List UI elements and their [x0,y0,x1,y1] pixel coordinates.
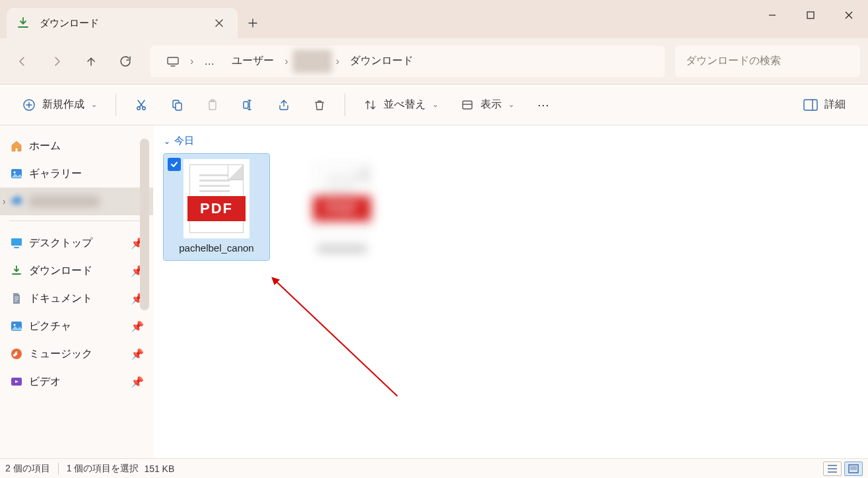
breadcrumb-more-icon[interactable]: … [197,50,221,73]
file-item-redacted[interactable]: PDF xxxxxxxxxx [289,154,395,260]
maximize-button[interactable] [791,0,830,30]
pdf-file-icon: PDF [309,159,375,238]
download-icon [9,263,24,278]
more-button[interactable]: ⋯ [527,91,559,119]
sort-button-label: 並べ替え [384,98,426,112]
sidebar-scrollbar[interactable] [140,139,149,310]
sidebar-item-downloads[interactable]: ダウンロード 📌 [0,257,153,285]
music-icon [9,347,24,361]
sidebar-item-label: ギャラリー [29,167,82,181]
cut-button[interactable] [125,91,157,119]
sidebar-item-label: ピクチャ [29,320,71,333]
status-selection: 1 個の項目を選択 [67,463,139,475]
svg-rect-21 [850,466,857,470]
desktop-icon [9,236,24,250]
sidebar-item-home[interactable]: ホーム [0,132,153,160]
pictures-icon [9,319,24,333]
download-icon [16,16,30,30]
sidebar-item-label: XXXXXXXXXX [29,195,100,207]
forward-button[interactable] [42,47,71,76]
chevron-down-icon: ⌄ [508,100,514,109]
group-header-today[interactable]: ⌄ 今日 [158,135,863,147]
document-icon [9,291,24,306]
divider [345,94,345,116]
breadcrumb-users[interactable]: ユーザー [225,50,281,73]
chevron-right-icon: › [336,55,339,67]
sidebar-item-pictures[interactable]: ピクチャ 📌 [0,312,153,340]
svg-rect-10 [463,101,472,109]
search-placeholder: ダウンロードの検索 [686,54,781,68]
sidebar-item-label: ミュージック [29,347,92,361]
breadcrumb-username-redacted[interactable]: xxxxx [292,50,332,73]
file-list-area[interactable]: ⌄ 今日 PDF pachelbel_canon PDF [153,125,868,458]
up-button[interactable] [77,47,106,76]
copy-button[interactable] [161,91,193,119]
pin-icon: 📌 [131,348,144,360]
details-pane-button[interactable]: 詳細 [794,91,855,119]
sidebar-item-desktop[interactable]: デスクトップ 📌 [0,229,153,257]
chevron-down-icon: ⌄ [164,137,170,146]
share-button[interactable] [268,91,300,119]
divider [58,463,59,475]
svg-point-16 [13,324,15,325]
home-icon [9,139,24,153]
sidebar-item-user-redacted[interactable]: XXXXXXXXXX [0,188,153,215]
close-window-button[interactable] [830,0,868,30]
new-tab-button[interactable] [238,8,268,38]
refresh-button[interactable] [111,47,140,76]
sidebar-item-gallery[interactable]: ギャラリー [0,160,153,188]
svg-rect-11 [804,100,817,110]
navigation-pane: ホーム ギャラリー XXXXXXXXXX デスクトップ 📌 ダウンロード 📌 [0,125,153,458]
tab-title: ダウンロード [40,17,201,30]
minimize-button[interactable] [753,0,791,30]
svg-rect-6 [176,103,182,110]
file-item-selected[interactable]: PDF pachelbel_canon [164,154,269,260]
chevron-right-icon: › [284,55,288,67]
delete-button[interactable] [304,91,335,119]
view-thumbnails-toggle[interactable] [844,461,863,476]
sort-button[interactable]: 並べ替え ⌄ [354,91,448,119]
breadcrumb-bar[interactable]: › … ユーザー › xxxxx › ダウンロード [150,46,665,77]
title-bar: ダウンロード [0,0,868,38]
new-button-label: 新規作成 [42,98,84,112]
pin-icon: 📌 [131,376,144,388]
status-size: 151 KB [144,463,174,474]
svg-rect-9 [244,102,248,108]
back-button[interactable] [8,47,37,76]
chevron-down-icon: ⌄ [91,100,97,109]
sidebar-item-label: ダウンロード [29,264,92,278]
gallery-icon [9,166,24,181]
file-name: pachelbel_canon [179,242,253,254]
tab-downloads[interactable]: ダウンロード [7,8,238,38]
rename-button[interactable] [232,91,264,119]
svg-rect-1 [168,57,178,64]
svg-point-13 [13,171,15,173]
command-bar: 新規作成 ⌄ 並べ替え ⌄ 表示 ⌄ ⋯ 詳細 [0,85,868,125]
file-type-badge: PDF [187,196,246,221]
selection-check-icon[interactable] [168,158,181,171]
video-icon [9,374,24,389]
sidebar-item-label: ホーム [29,139,61,153]
breadcrumb-pc-icon[interactable] [160,50,186,73]
breadcrumb-current[interactable]: ダウンロード [343,50,420,73]
sidebar-item-documents[interactable]: ドキュメント 📌 [0,285,153,312]
group-label: 今日 [174,135,194,147]
svg-rect-7 [209,101,216,110]
paste-button[interactable] [197,91,228,119]
svg-rect-14 [11,238,22,246]
view-button-label: 表示 [481,98,502,112]
cloud-icon [9,194,24,209]
annotation-arrow [265,271,411,403]
status-item-count: 2 個の項目 [5,463,50,475]
new-button[interactable]: 新規作成 ⌄ [13,91,106,119]
chevron-down-icon: ⌄ [432,100,438,109]
file-name: xxxxxxxxxx [317,242,367,254]
divider [116,94,116,116]
tab-close-button[interactable] [210,14,228,32]
sidebar-item-videos[interactable]: ビデオ 📌 [0,368,153,395]
search-input[interactable]: ダウンロードの検索 [675,46,860,77]
sidebar-item-label: デスクトップ [29,236,92,250]
view-details-toggle[interactable] [823,461,842,476]
view-button[interactable]: 表示 ⌄ [451,91,523,119]
sidebar-item-music[interactable]: ミュージック 📌 [0,340,153,368]
